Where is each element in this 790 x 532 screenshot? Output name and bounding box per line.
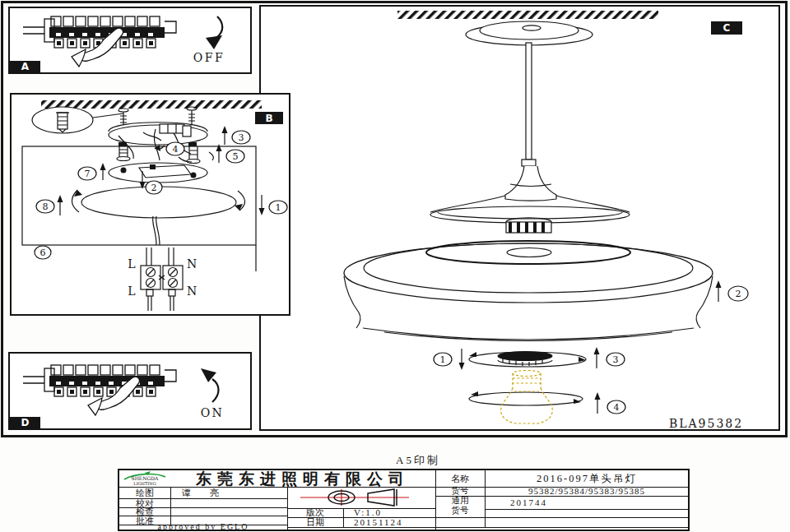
shengda-logo-icon: SHENGDA LIGHTING: [120, 471, 170, 486]
switch-state-text: ON: [201, 406, 225, 419]
rotate-arrow: [201, 368, 219, 402]
terminal-block-detail: [141, 247, 183, 311]
callout-4: 4: [607, 400, 625, 414]
version-value: V:1.0: [344, 508, 444, 517]
inspect-label: 检查: [119, 508, 170, 516]
mounting-bracket: [109, 163, 207, 183]
panel-d-label: D: [10, 417, 40, 428]
light-bulb: [501, 371, 553, 424]
svg-text:6: 6: [40, 247, 46, 258]
breaker-on-diagram: ON: [10, 354, 250, 428]
version-label: 版次: [288, 508, 342, 517]
step-arrow-4: [595, 392, 601, 414]
threaded-nipples: [117, 142, 213, 164]
item-value: 95382/95384/95383/95385: [486, 487, 688, 496]
date-value: 20151124: [344, 517, 444, 527]
step-arrow-7: [100, 163, 106, 180]
shade-retainer-ring: [469, 352, 586, 368]
ceiling-hatch: [41, 100, 262, 109]
svg-text:LIGHTING: LIGHTING: [133, 481, 156, 486]
svg-text:1: 1: [440, 354, 446, 365]
breaker-off-diagram: OFF: [10, 8, 250, 72]
step-arrow-3: [222, 126, 228, 145]
step-arrow-8: [58, 195, 63, 215]
step-arrow-3: [594, 347, 600, 368]
svg-text:2: 2: [736, 289, 741, 299]
ceiling-canopy: [466, 21, 592, 45]
company-logo: SHENGDA LIGHTING: [120, 471, 170, 486]
item-label: 货号: [436, 487, 484, 496]
first-angle-projection-icon: [289, 488, 434, 507]
panel-c-label: C: [711, 21, 742, 35]
common-item-label-line2: 货号: [436, 506, 484, 516]
projection-symbol: [289, 488, 434, 507]
svg-text:3: 3: [239, 132, 244, 143]
step-arrow-1: [459, 349, 465, 370]
callout-5: 5: [226, 150, 244, 163]
callout-8: 8: [36, 200, 54, 213]
switch-state-text: OFF: [193, 51, 225, 64]
socket-ribbed-collar: [506, 218, 551, 233]
common-item-value: 201744: [486, 496, 713, 509]
live-label-top: L: [128, 257, 135, 271]
svg-text:SHENGDA: SHENGDA: [132, 475, 160, 481]
circuit-breaker-strip: [23, 16, 176, 48]
svg-text:3: 3: [613, 354, 619, 365]
ceiling-hatch: [397, 11, 658, 19]
instruction-sheet: 2 1 3: [0, 0, 790, 532]
step-arrow-2: [716, 280, 722, 302]
live-label-bottom: L: [128, 285, 135, 298]
svg-text:8: 8: [43, 201, 49, 212]
title-block: SHENGDA LIGHTING 东莞东进照明有限公司 绘图 谭 亮 校对 检查…: [118, 469, 690, 531]
callout-2: 2: [728, 286, 748, 301]
canopy-mounting-diagram: 3 4 5: [12, 95, 289, 314]
panel-b-label: B: [255, 112, 283, 124]
svg-text:4: 4: [173, 144, 179, 155]
panel-c: 2 1 3: [259, 5, 780, 431]
panel-b: 3 4 5: [10, 93, 290, 316]
suspension-rod: [526, 43, 532, 160]
shade-ring: [72, 187, 244, 245]
panel-d: ON D: [8, 352, 252, 430]
neutral-label-top: N: [187, 257, 197, 271]
svg-text:2: 2: [151, 183, 157, 193]
step-arrow-1: [259, 195, 265, 215]
panel-a-label: A: [10, 61, 40, 72]
approved-note: approved by EGLO: [119, 525, 287, 530]
svg-text:4: 4: [614, 402, 620, 413]
company-name: 东莞东进照明有限公司: [172, 470, 434, 487]
callout-7: 7: [78, 167, 96, 180]
callout-3: 3: [232, 131, 250, 144]
panel-a: OFF A: [8, 7, 252, 74]
callout-1: 1: [269, 201, 287, 214]
callout-1: 1: [434, 353, 452, 366]
drafter-name: 谭 亮: [172, 488, 297, 498]
model-code: BLA95382: [669, 417, 743, 429]
callout-2: 2: [146, 181, 162, 194]
svg-text:7: 7: [85, 169, 91, 179]
callout-3: 3: [606, 353, 625, 366]
main-shade: [344, 241, 713, 341]
circuit-breaker-strip: [23, 365, 176, 396]
drafter-label: 绘图: [119, 488, 170, 498]
print-size-note: A5印制: [383, 453, 453, 468]
bulb-rotation-path: [469, 392, 583, 405]
svg-text:5: 5: [233, 151, 239, 162]
pendant-lamp-exploded-diagram: 2 1 3: [261, 7, 778, 429]
name-value: 2016-097单头吊灯: [486, 470, 688, 487]
neutral-label-bottom: N: [187, 285, 197, 298]
callout-6: 6: [35, 246, 51, 259]
svg-text:1: 1: [276, 202, 281, 213]
date-label: 日期: [288, 517, 342, 527]
lamp-holder-bell: [430, 160, 630, 233]
name-label: 名称: [436, 470, 484, 487]
rotate-arrow: [206, 16, 222, 49]
